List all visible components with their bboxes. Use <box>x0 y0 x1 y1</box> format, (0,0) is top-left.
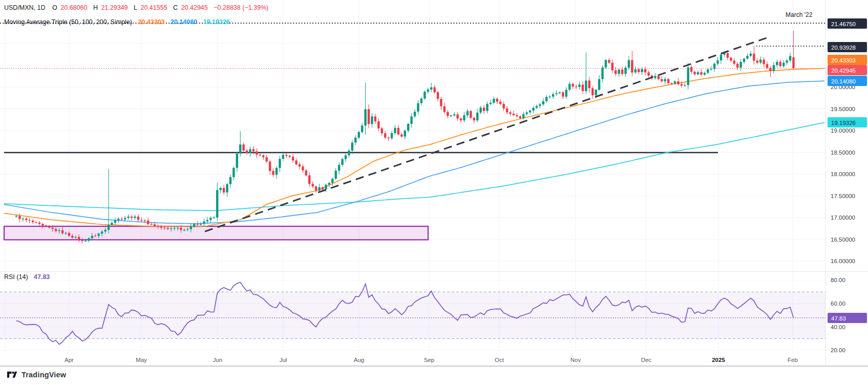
candle <box>667 79 669 83</box>
candle <box>269 162 271 171</box>
candle <box>94 236 96 236</box>
candle <box>285 155 287 156</box>
candle <box>364 109 366 125</box>
candle <box>75 237 77 238</box>
candle <box>65 233 67 233</box>
candle <box>41 224 44 225</box>
candle <box>608 60 610 62</box>
candle <box>58 230 60 231</box>
indicator-legend-row[interactable]: Moving Average Triple (50, 100, 200, Sim… <box>4 18 231 26</box>
candle <box>35 222 37 223</box>
rsi-tick-label: 60.00 <box>831 301 845 307</box>
candle <box>641 69 643 72</box>
candle <box>532 108 534 111</box>
candle <box>121 219 123 219</box>
chart-canvas[interactable]: 20.0000019.5000019.0000018.5000018.00000… <box>0 0 868 385</box>
candle <box>358 132 360 138</box>
candles-layer[interactable] <box>15 31 795 243</box>
candle <box>496 99 498 102</box>
candle <box>361 125 363 132</box>
candle <box>308 175 310 184</box>
tradingview-attribution[interactable]: TradingView <box>6 369 66 380</box>
rsi-band <box>0 292 825 338</box>
candle <box>15 216 17 217</box>
candle <box>433 88 435 93</box>
candle <box>410 116 412 124</box>
candle <box>348 151 350 155</box>
support-zone-box[interactable] <box>4 226 428 240</box>
candle <box>124 218 126 220</box>
candle <box>502 104 504 109</box>
candle <box>670 83 672 83</box>
candle <box>792 57 794 68</box>
candle <box>463 115 465 120</box>
sma200-line[interactable] <box>4 122 824 210</box>
price-tick-label: 16.50000 <box>831 237 855 243</box>
dashed-trendline[interactable] <box>205 37 769 231</box>
candle <box>782 63 785 67</box>
symbol-title[interactable]: USD/MXN, 1D <box>4 4 46 11</box>
candle <box>167 228 169 229</box>
month-label: Sep <box>424 357 434 363</box>
candle <box>595 90 597 95</box>
month-label: Aug <box>354 357 364 363</box>
candle <box>779 62 781 66</box>
candle <box>25 219 27 220</box>
candle <box>200 224 202 225</box>
candle <box>522 114 524 118</box>
candle <box>542 101 544 104</box>
candle <box>55 229 57 231</box>
candle <box>71 236 73 238</box>
time-axis[interactable]: AprMayJunJulAugSepOctNovDec2025Feb <box>65 357 798 363</box>
candle <box>160 227 162 228</box>
candle <box>601 68 603 79</box>
candle <box>414 112 416 116</box>
ma200-value: 19.19326 <box>203 18 230 26</box>
candle <box>265 157 267 161</box>
candle <box>279 159 281 168</box>
candle <box>292 157 294 160</box>
candle <box>305 170 307 176</box>
candle <box>239 144 241 154</box>
candle <box>91 236 93 238</box>
candle <box>328 183 330 185</box>
candle <box>562 92 564 96</box>
candle <box>598 79 600 90</box>
candle <box>331 179 333 183</box>
candle <box>48 226 50 228</box>
candle <box>371 116 373 124</box>
candle <box>318 187 320 191</box>
candle <box>707 69 709 73</box>
candle <box>575 87 577 87</box>
candle <box>763 59 765 64</box>
symbol-legend-row[interactable]: USD/MXN, 1D O 20.68060 H 21.29349 L 20.4… <box>4 4 270 11</box>
candle <box>127 217 129 218</box>
candle <box>262 155 264 157</box>
axis-badge-label: 20.93928 <box>831 45 856 51</box>
candle <box>256 152 258 155</box>
tradingview-brand-text: TradingView <box>22 371 66 379</box>
candle <box>578 84 580 87</box>
month-label: Apr <box>65 357 74 363</box>
rsi-title[interactable]: RSI (14) <box>4 273 28 281</box>
candle <box>720 55 722 60</box>
candle <box>177 228 179 228</box>
candle <box>733 60 735 63</box>
candle <box>493 99 495 103</box>
candle <box>22 219 24 219</box>
candle <box>111 223 113 225</box>
indicator-title[interactable]: Moving Average Triple (50, 100, 200, Sim… <box>4 18 132 26</box>
candle <box>420 99 422 103</box>
price-tick-label: 18.00000 <box>831 171 855 177</box>
candle <box>147 221 149 224</box>
candle <box>638 69 640 72</box>
candle <box>536 106 538 108</box>
rsi-tick-label: 80.00 <box>831 277 845 283</box>
candle <box>272 171 274 175</box>
candle <box>183 230 185 230</box>
candle <box>18 216 20 219</box>
low-label: L <box>134 4 137 11</box>
axis-badge-label: 20.42945 <box>831 68 856 74</box>
candle <box>615 70 617 74</box>
rsi-legend-row[interactable]: RSI (14) 47.83 <box>4 273 51 281</box>
